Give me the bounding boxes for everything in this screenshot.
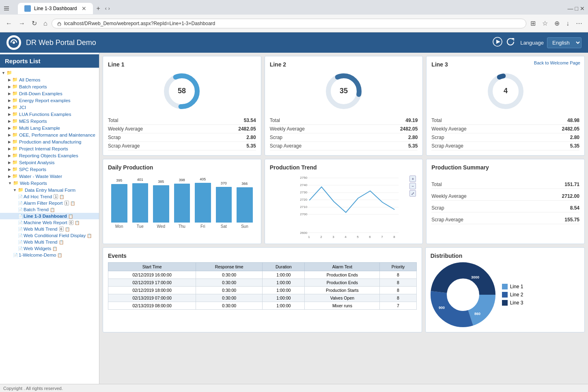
active-tab[interactable]: Line 1-3 Dashboard ✕ bbox=[18, 3, 93, 14]
sidebar-item-lua[interactable]: ▶📁LUA Functions Examples bbox=[0, 111, 99, 118]
sidebar-item-ad-hoc[interactable]: 📄Ad Hoc Trend1📋 bbox=[0, 193, 99, 200]
sidebar-item-project-internal[interactable]: ▶📁Project Internal Reports bbox=[0, 145, 99, 152]
sidebar-item-spc[interactable]: ▶📁SPC Reports bbox=[0, 166, 99, 173]
maximize-btn[interactable]: □ bbox=[575, 5, 578, 12]
sidebar-item-batch-reports[interactable]: ▶📁Batch reports bbox=[0, 83, 99, 90]
all-demos-label: All Demos bbox=[19, 77, 40, 82]
address-bar[interactable]: localhost/DRweb_Demo/webreport.aspx?RepI… bbox=[52, 19, 526, 28]
sidebar-item-batch-trend[interactable]: 📄Batch Trend📋 bbox=[0, 206, 99, 213]
batch-trend-label: Batch Trend bbox=[24, 207, 49, 212]
event-cell-duration: 1:00:00 bbox=[263, 294, 305, 302]
tree-root[interactable]: ▼ 📁 bbox=[0, 69, 99, 76]
multilang-label: Multi Lang Example bbox=[19, 126, 60, 131]
production-row: Daily Production 395 401 385 398 405 370… bbox=[103, 159, 585, 244]
line3-weekly-value: 2482.05 bbox=[562, 126, 579, 132]
oee-label: OEE, Performance and Maintenance bbox=[19, 133, 95, 137]
shift-badge: 6 bbox=[59, 227, 64, 231]
download-btn[interactable]: ↓ bbox=[564, 18, 572, 29]
line3-card: Line 3 Back to Welcome Page 4 Total 48.9… bbox=[426, 56, 585, 156]
sidebar-item-welcome-demo[interactable]: 📄1-Welcome-Demo📋 bbox=[0, 252, 99, 258]
refresh-app-btn[interactable] bbox=[506, 37, 515, 49]
new-tab-btn[interactable]: + bbox=[93, 3, 103, 14]
language-section: Language English French German Spanish bbox=[520, 37, 582, 48]
day-sat: Sat bbox=[216, 224, 232, 229]
bottom-row: Events Start Time Response time Duration… bbox=[103, 247, 585, 332]
bar-fri-label: 405 bbox=[200, 177, 206, 181]
zoom-out-btn[interactable]: − bbox=[409, 183, 416, 189]
line2-donut-area: 35 bbox=[270, 71, 418, 111]
expand-root[interactable]: ▼ bbox=[2, 71, 5, 75]
summary-weekly-row: Weekly Average 2712.00 bbox=[431, 192, 579, 201]
sidebar-item-setpoint[interactable]: ▶📁Setpoint Analysis bbox=[0, 159, 99, 166]
svg-text:6: 6 bbox=[369, 235, 371, 239]
refresh-btn[interactable]: ↻ bbox=[29, 18, 39, 29]
event-cell-duration: 1:00:00 bbox=[263, 302, 305, 310]
settings-btn[interactable]: ⋯ bbox=[573, 18, 585, 29]
sidebar-item-web-widgets[interactable]: 📄Web Widgets📋 bbox=[0, 245, 99, 252]
zoom-in-btn[interactable]: + bbox=[409, 176, 416, 182]
svg-text:2750: 2750 bbox=[300, 176, 307, 180]
url-text[interactable]: localhost/DRweb_Demo/webreport.aspx?RepI… bbox=[64, 21, 215, 26]
line2-title: Line 2 bbox=[270, 61, 418, 68]
close-window-btn[interactable]: ✕ bbox=[580, 5, 585, 12]
summary-scrap-avg-value: 155.75 bbox=[564, 217, 579, 223]
tab-title: Line 1-3 Dashboard bbox=[34, 6, 77, 11]
forward-btn[interactable]: → bbox=[16, 18, 28, 29]
line1-scrap-avg-label: Scrap Average bbox=[108, 143, 140, 149]
tab-close-btn[interactable]: ✕ bbox=[82, 5, 86, 12]
line2-scrap-avg-row: Scrap Average 5.35 bbox=[270, 142, 418, 150]
reporting-label: Reporting Objects Examples bbox=[19, 153, 78, 158]
back-btn[interactable]: ← bbox=[3, 18, 15, 29]
event-cell-start: 02/12/2019 17:00:00 bbox=[108, 279, 196, 287]
language-select[interactable]: English French German Spanish bbox=[547, 37, 582, 48]
minimize-btn[interactable]: — bbox=[568, 5, 573, 12]
sidebar-item-all-demos[interactable]: ▶📁All Demos bbox=[0, 76, 99, 83]
browser-window: Line 1-3 Dashboard ✕ + ‹ › — □ ✕ ← → ↻ ⌂… bbox=[0, 0, 588, 392]
line2-weekly-value: 2482.05 bbox=[400, 126, 418, 132]
sidebar-item-multilang[interactable]: ▶📁Multi Lang Example bbox=[0, 124, 99, 131]
svg-text:3: 3 bbox=[332, 235, 334, 239]
extensions-btn[interactable]: ⊞ bbox=[528, 18, 538, 29]
sidebar-item-water[interactable]: ▶📁Water - Waste Water bbox=[0, 173, 99, 180]
sidebar-item-reporting[interactable]: ▶📁Reporting Objects Examples bbox=[0, 152, 99, 159]
sidebar-item-data-entry[interactable]: ▼📁Data Entry Manual Form bbox=[0, 186, 99, 193]
bar-sun: 366 bbox=[237, 187, 253, 223]
sidebar-item-web-multi-trend[interactable]: 📄Web Multi Trend📋 bbox=[0, 239, 99, 245]
back-to-welcome-link[interactable]: Back to Welcome Page bbox=[534, 60, 580, 65]
sidebar-item-mes[interactable]: ▶📁MES Reports bbox=[0, 118, 99, 124]
line3-weekly-row: Weekly Average 2482.05 bbox=[431, 125, 579, 133]
sidebar-item-jci[interactable]: ▶📁JCI bbox=[0, 104, 99, 111]
line1-scrap-row: Scrap 2.80 bbox=[108, 133, 256, 142]
alarm-filter-label: Alarm Filter Report bbox=[24, 201, 63, 206]
line2-donut-chart: 35 bbox=[323, 71, 364, 111]
tab-prev-btn[interactable]: ‹ bbox=[105, 6, 107, 11]
sidebar-item-energy[interactable]: ▶📁Energy Report examples bbox=[0, 97, 99, 104]
event-cell-start: 02/12/2019 16:00:00 bbox=[108, 271, 196, 279]
distribution-card: Distribution bbox=[425, 247, 585, 332]
sidebar-item-alarm-filter[interactable]: 📄Alarm Filter Report1📋 bbox=[0, 200, 99, 206]
profile-btn[interactable]: ⊕ bbox=[552, 18, 562, 29]
sidebar-item-oee[interactable]: ▶📁OEE, Performance and Maintenance bbox=[0, 131, 99, 138]
daily-production-card: Daily Production 395 401 385 398 405 370… bbox=[103, 159, 261, 244]
favorites-btn[interactable]: ☆ bbox=[540, 18, 550, 29]
sidebar-item-web-reports[interactable]: ▼📁Web Reports bbox=[0, 180, 99, 186]
sidebar-item-machine-web[interactable]: 📄Machine Web Report0📋 bbox=[0, 219, 99, 226]
sidebar-item-production[interactable]: ▶📁Production and Manufacturing bbox=[0, 138, 99, 145]
distribution-legend: Line 1 Line 2 Line 3 bbox=[502, 284, 523, 306]
tab-next-btn[interactable]: › bbox=[108, 6, 110, 11]
bar-tue-label: 401 bbox=[137, 178, 143, 182]
data-entry-label: Data Entry Manual Form bbox=[25, 188, 75, 193]
line2-total-row: Total 49.19 bbox=[270, 116, 418, 125]
sidebar-item-web-conditional[interactable]: 📄Web Conditional Field Display📋 bbox=[0, 232, 99, 239]
bar-wed-label: 385 bbox=[158, 180, 164, 184]
legend-line1: Line 1 bbox=[502, 284, 523, 289]
play-btn[interactable] bbox=[493, 37, 502, 49]
home-btn[interactable]: ⌂ bbox=[41, 18, 50, 29]
zoom-reset-btn[interactable]: ⤢ bbox=[409, 190, 416, 197]
browser-menu-icon[interactable] bbox=[3, 5, 10, 12]
sidebar-item-drill-down[interactable]: ▶📁Drill-Down Examples bbox=[0, 90, 99, 97]
sidebar-item-line-1-3[interactable]: 📄Line 1-3 Dashboard📋 bbox=[0, 213, 99, 219]
svg-text:860: 860 bbox=[474, 312, 480, 316]
summary-total-value: 151.71 bbox=[564, 182, 579, 187]
sidebar-item-shift-report[interactable]: 📄Web Multi Trend6📋 bbox=[0, 226, 99, 232]
